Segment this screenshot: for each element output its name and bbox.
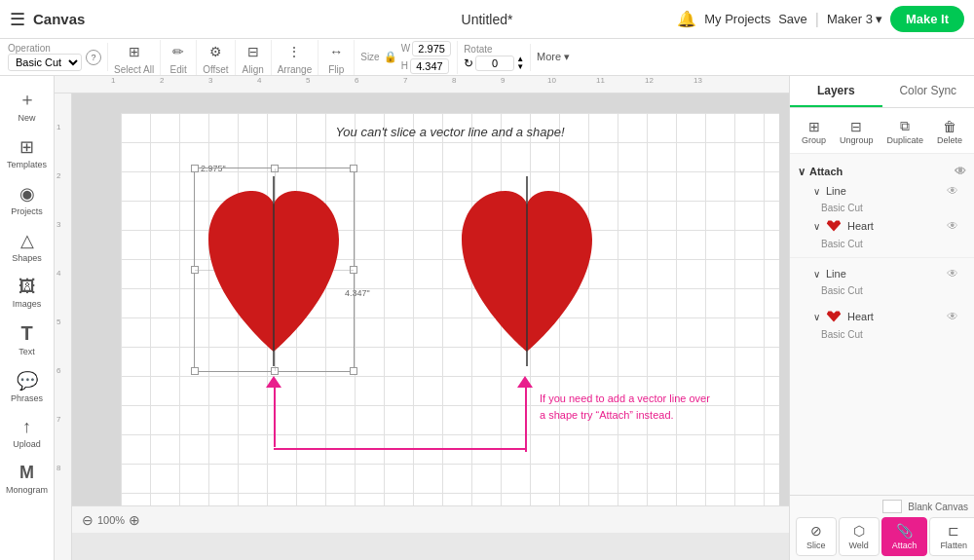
handle-br[interactable] [350,367,357,375]
height-input[interactable] [410,58,449,74]
tab-layers[interactable]: Layers [790,76,882,107]
layer-group-heart2: ∨ Heart 👁 Basic Cut [790,302,974,346]
line2-eye-icon[interactable]: 👁 [947,267,958,280]
ungroup-btn[interactable]: ⊟ Ungroup [834,115,880,149]
weld-btn[interactable]: ⬡ Weld [839,517,880,556]
annotation-text: If you need to add a vector line overa s… [540,391,715,423]
rotate-group: Rotate ↻ ▲ ▼ [464,44,531,71]
lock-icon[interactable]: 🔒 [384,51,397,63]
sidebar-item-upload-label: Upload [13,439,41,449]
attach-action-btn[interactable]: 📎 Attach [881,517,928,556]
offset-btn[interactable]: ⚙ [204,40,227,63]
arrow-right-head [517,376,533,388]
layer-item-heart2[interactable]: ∨ Heart 👁 [798,306,966,327]
sidebar-item-phrases-label: Phrases [11,393,43,403]
zoom-in-btn[interactable]: ⊕ [129,512,140,528]
templates-icon: ⊞ [19,136,34,158]
flip-label: Flip [328,64,344,75]
sidebar-item-images[interactable]: 🖼 Images [3,271,52,315]
main-area: ＋ New ⊞ Templates ◉ Projects △ Shapes 🖼 … [0,76,974,560]
width-input[interactable] [412,41,451,56]
heart-right[interactable] [452,171,603,366]
sidebar-item-shapes-label: Shapes [12,253,42,263]
sidebar-item-projects-label: Projects [11,206,43,216]
sidebar-item-templates[interactable]: ⊞ Templates [3,131,52,175]
zoom-controls: ⊖ 100% ⊕ [82,512,140,528]
sidebar-item-projects[interactable]: ◉ Projects [3,177,52,222]
sidebar-item-phrases[interactable]: 💬 Phrases [3,364,52,409]
canvas-content[interactable]: You can't slice a vector line and a shap… [72,93,789,533]
rotate-input[interactable] [475,56,514,71]
align-label: Align [243,64,264,75]
menu-icon[interactable]: ☰ [10,9,25,30]
delete-btn[interactable]: 🗑 Delete [931,115,968,149]
heart2-eye-icon[interactable]: 👁 [947,310,958,323]
bell-icon[interactable]: 🔔 [677,10,696,28]
attach-group-header[interactable]: ∨ Attach 👁 [798,162,966,181]
blank-canvas-swatch [882,500,902,513]
nav-divider: | [815,11,819,28]
machine-selector[interactable]: Maker 3 ▾ [827,12,882,26]
new-icon: ＋ [19,88,36,111]
handle-bl[interactable] [191,367,199,375]
group-btn[interactable]: ⊞ Group [796,115,832,149]
layer-sub-line2: Basic Cut [798,283,966,298]
rotate-down-btn[interactable]: ▼ [516,63,524,71]
heart2-thumbnail [826,309,842,324]
make-it-button[interactable]: Make It [890,6,964,32]
flip-btn[interactable]: ↔ [324,40,348,63]
layer-item-line2[interactable]: ∨ Line 👁 [798,264,966,283]
offset-label: Offset [203,64,229,75]
handle-mr[interactable] [350,266,357,274]
right-panel: Layers Color Sync ⊞ Group ⊟ Ungroup ⧉ Du… [789,76,974,560]
flatten-btn[interactable]: ⊏ Flatten [929,517,974,556]
line2-label: Line [826,268,941,280]
operation-select[interactable]: Basic Cut [8,54,82,71]
sidebar-item-images-label: Images [13,299,42,309]
more-btn[interactable]: More ▾ [537,51,570,63]
arrange-btn[interactable]: ⋮ [282,40,306,63]
slice-btn[interactable]: ⊘ Slice [796,517,837,556]
flatten-icon: ⊏ [948,523,959,539]
layer-item-heart1[interactable]: ∨ Heart 👁 [798,215,966,237]
heart2-chevron-icon: ∨ [813,312,820,322]
handle-tr[interactable] [350,165,357,172]
bottom-bar: ⊖ 100% ⊕ [72,505,789,533]
my-projects-btn[interactable]: My Projects [704,12,770,26]
sidebar-item-shapes[interactable]: △ Shapes [3,224,52,269]
doc-title: Untitled* [462,12,513,27]
sidebar-item-monogram[interactable]: M Monogram [3,457,52,501]
handle-bm[interactable] [271,367,279,375]
tab-color-sync[interactable]: Color Sync [882,76,975,107]
align-group: ⊟ Align [242,40,272,75]
heart2-label: Heart [847,311,941,322]
canvas-white[interactable]: You can't slice a vector line and a shap… [121,113,779,523]
rotate-icon[interactable]: ↻ [464,56,473,70]
edit-btn[interactable]: ✏ [167,40,190,63]
size-group: Size 🔒 W H [360,41,458,74]
handle-ml[interactable] [191,266,199,274]
sidebar-item-upload[interactable]: ↑ Upload [3,411,52,455]
handle-tl[interactable] [191,165,199,172]
align-btn[interactable]: ⊟ [242,40,265,63]
help-btn[interactable]: ? [86,50,101,65]
zoom-out-btn[interactable]: ⊖ [82,512,94,528]
delete-label: Delete [937,135,962,145]
line1-eye-icon[interactable]: 👁 [947,184,958,198]
save-btn[interactable]: Save [778,12,807,26]
heart1-eye-icon[interactable]: 👁 [947,219,958,233]
heart-left[interactable] [199,171,350,366]
select-all-label: Select All [114,64,154,75]
select-all-btn[interactable]: ⊞ [123,40,146,63]
top-nav: ☰ Canvas Untitled* 🔔 My Projects Save | … [0,0,974,39]
layer-item-line1[interactable]: ∨ Line 👁 [798,181,966,201]
canvas-area[interactable]: 1 2 3 4 5 6 7 8 9 10 11 12 13 1 2 3 4 5 … [55,76,789,560]
toolbar: Operation Basic Cut ? ⊞ Select All ✏ Edi… [0,39,974,76]
edit-group: ✏ Edit [167,40,197,75]
sidebar-item-new[interactable]: ＋ New [3,82,52,129]
arrow-right-line-v [525,384,527,452]
line1-label: Line [826,185,941,197]
duplicate-btn[interactable]: ⧉ Duplicate [881,114,930,149]
attach-eye-icon[interactable]: 👁 [955,165,966,178]
sidebar-item-text[interactable]: T Text [3,317,52,362]
